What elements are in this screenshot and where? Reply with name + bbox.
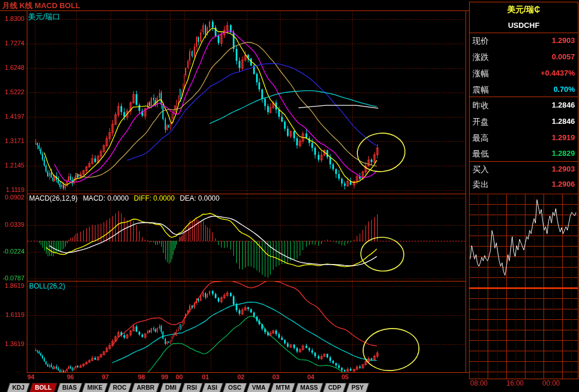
diff-value: DIFF: 0.0000 [134, 194, 175, 202]
quote-value: 1.2919 [552, 132, 575, 144]
quote-row: 涨跌0.0057 [473, 51, 575, 63]
tab-label: ARBR [137, 383, 154, 392]
x-axis-tick: 03 [272, 374, 279, 380]
tab-label: KDJ [12, 383, 24, 392]
boll-indicator-header: BOLL(26,2) [29, 283, 65, 290]
tab-label: MTM [276, 383, 290, 392]
quote-value: 1.2846 [552, 116, 575, 127]
y-axis-tick: 1.8300 [0, 16, 24, 22]
macd-value: MACD: 0.0000 [83, 194, 129, 202]
macd-name: MACD(26,12,9) [29, 194, 77, 202]
quote-value: +0.4437% [541, 67, 575, 79]
tab-label: VMA [252, 383, 265, 392]
y-axis-tick: 1.3171 [0, 138, 24, 144]
quote-row: 昨收1.2846 [473, 99, 575, 111]
tab-label: ASI [207, 383, 218, 392]
quote-label: 涨跌 [473, 52, 489, 62]
x-axis-tick: 02 [237, 374, 244, 380]
quote-value: 1.2846 [552, 99, 575, 111]
y-axis-tick: -0.0224 [0, 248, 24, 255]
quote-label: 昨收 [473, 101, 489, 110]
y-axis-tick: 1.7274 [0, 40, 24, 47]
tab-label: BOLL [35, 383, 52, 392]
symbol-label: 美元/瑞口 [28, 13, 61, 20]
indicator-tab-bar: KDJBOLLBIASMIKEROCARBRDMIRSIASIOSCVMAMTM… [0, 382, 468, 392]
tab-label: MASS [300, 383, 318, 392]
time-axis-label: 16:00 [506, 380, 524, 387]
time-axis-label: 00:00 [542, 380, 560, 387]
y-axis-tick: 1.5222 [0, 89, 24, 95]
tab-mass[interactable]: MASS [294, 383, 324, 392]
quote-label: 开盘 [473, 117, 489, 126]
tab-boll[interactable]: BOLL [29, 383, 57, 392]
tab-label: CDP [328, 383, 341, 392]
x-axis-tick: 97 [102, 374, 109, 380]
tab-label: OSC [228, 383, 241, 392]
quote-row: 最低1.2829 [473, 148, 575, 159]
y-axis-tick: 1.3619 [0, 341, 24, 347]
y-axis-tick: 1.4197 [0, 113, 24, 120]
tab-bias[interactable]: BIAS [56, 383, 83, 392]
tab-mtm[interactable]: MTM [270, 383, 295, 392]
quote-label: 涨幅 [473, 69, 489, 78]
x-axis-tick: 99 [161, 374, 168, 380]
quote-row: 最高1.2919 [473, 132, 575, 144]
y-axis-tick: 0.0902 [0, 194, 24, 201]
tabs-wrap: KDJBOLLBIASMIKEROCARBRDMIRSIASIOSCVMAMTM… [7, 382, 369, 392]
quote-label: 现价 [473, 36, 489, 45]
x-axis-tick: 00 [176, 374, 183, 380]
quote-label: 震幅 [473, 85, 489, 94]
x-axis-tick: 94 [27, 374, 34, 380]
tab-mike[interactable]: MIKE [81, 383, 108, 392]
sidebar-symbol-code: USDCHF [469, 22, 578, 29]
quote-label: 卖出 [473, 180, 489, 189]
x-axis-tick: 96 [67, 374, 74, 380]
page-title: 月线 K线 MACD BOLL [2, 2, 80, 9]
y-axis-tick: 1.1119 [0, 187, 24, 193]
tab-label: RSI [187, 383, 197, 392]
quote-value: 0.0057 [552, 51, 575, 63]
tab-label: BIAS [62, 383, 77, 392]
y-axis-tick: 1.6248 [0, 65, 24, 71]
tab-label: ROC [113, 383, 126, 392]
quote-row: 买入1.2903 [473, 163, 575, 175]
dea-value: DEA: 0.0000 [180, 194, 219, 202]
macd-indicator-header: MACD(26,12,9)MACD: 0.0000DIFF: 0.0000DEA… [29, 195, 225, 202]
quote-row: 现价1.2903 [473, 35, 575, 47]
time-axis-label: 08:00 [470, 380, 488, 387]
x-axis-tick: 01 [202, 374, 209, 380]
x-axis-tick: 98 [138, 374, 145, 380]
quote-row: 开盘1.2846 [473, 116, 575, 127]
app: 月线 K线 MACD BOLL 美元/瑞口 MACD(26,12,9)MACD:… [0, 0, 579, 392]
quote-label: 最低 [473, 149, 489, 158]
quote-row: 涨幅+0.4437% [473, 67, 575, 79]
tab-cdp[interactable]: CDP [323, 383, 347, 392]
tab-arbr[interactable]: ARBR [132, 383, 161, 392]
x-axis-tick: 05 [342, 374, 349, 380]
tab-vma[interactable]: VMA [246, 383, 271, 392]
quote-row: 震幅0.70% [473, 84, 575, 95]
tab-label: PSY [351, 383, 364, 392]
quote-value: 0.70% [553, 84, 575, 95]
tab-roc[interactable]: ROC [107, 383, 132, 392]
y-axis-tick: 1.8619 [0, 283, 24, 289]
tab-asi[interactable]: ASI [202, 383, 223, 392]
y-axis-tick: 1.6119 [0, 312, 24, 318]
x-axis-tick: 04 [307, 374, 314, 380]
tab-rsi[interactable]: RSI [181, 383, 203, 392]
tab-label: DMI [165, 383, 176, 392]
quote-label: 最高 [473, 133, 489, 142]
tab-dmi[interactable]: DMI [159, 383, 182, 392]
y-axis-tick: -0.0787 [0, 275, 24, 281]
tab-osc[interactable]: OSC [222, 383, 247, 392]
y-axis-tick: 1.2145 [0, 162, 24, 169]
tab-kdj[interactable]: KDJ [6, 383, 30, 392]
quote-value: 1.2903 [552, 35, 575, 47]
quote-row: 卖出1.2906 [473, 179, 575, 190]
quote-value: 1.2906 [552, 179, 575, 190]
quote-value: 1.2829 [552, 148, 575, 159]
tab-psy[interactable]: PSY [346, 383, 370, 392]
quote-value: 1.2903 [552, 163, 575, 175]
quote-label: 买入 [473, 165, 489, 174]
y-axis-tick: 0.0339 [0, 222, 24, 228]
